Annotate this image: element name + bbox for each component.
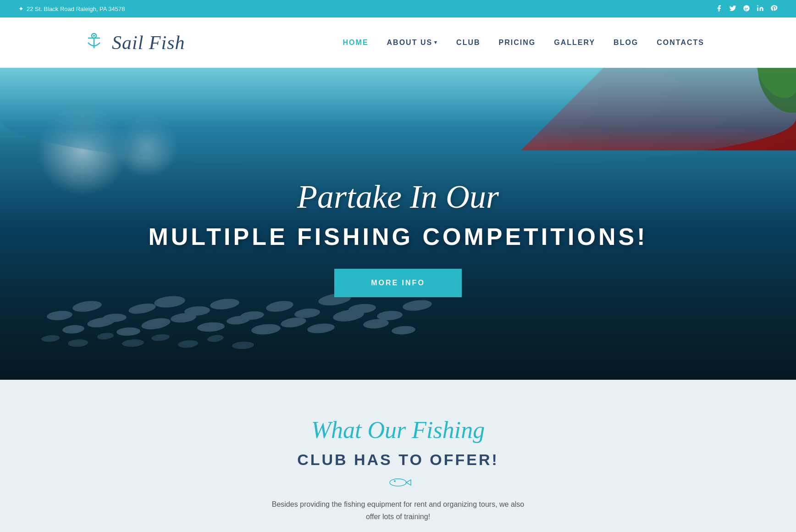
nav-gallery[interactable]: GALLERY	[554, 39, 595, 47]
facebook-icon[interactable]	[715, 5, 723, 13]
svg-point-23	[116, 327, 141, 337]
svg-text:g+: g+	[745, 6, 748, 10]
svg-point-34	[41, 334, 60, 342]
svg-point-2	[757, 5, 758, 6]
hero-bold-line: MULTIPLE FISHING COMPETITIONS!	[148, 230, 647, 250]
more-info-button[interactable]: MORE INFO	[334, 269, 462, 297]
location-icon: ✦	[18, 5, 24, 12]
offer-bold-title: CLUB HAS TO OFFER!	[297, 451, 499, 469]
svg-point-41	[232, 341, 254, 349]
nav-home[interactable]: HOME	[343, 39, 369, 47]
nav-about-us[interactable]: ABOUT US ▾	[387, 39, 438, 47]
hero-content: Partake In Our MULTIPLE FISHING COMPETIT…	[148, 178, 647, 297]
anchor-icon	[83, 29, 105, 56]
nav-pricing[interactable]: PRICING	[499, 39, 536, 47]
address-bar: ✦ 22 St. Black Road Raleigh, PA 34578	[18, 5, 125, 12]
svg-point-35	[68, 339, 88, 347]
svg-point-28	[251, 323, 281, 335]
svg-point-13	[210, 297, 240, 311]
svg-point-37	[122, 338, 144, 347]
svg-point-38	[151, 333, 170, 342]
logo-text: Sail Fish	[112, 32, 185, 54]
linkedin-icon[interactable]	[757, 5, 764, 13]
chevron-down-icon: ▾	[434, 39, 438, 45]
svg-point-33	[391, 325, 415, 335]
hero-script-line: Partake In Our	[297, 178, 499, 216]
svg-point-15	[265, 299, 294, 313]
nav-club[interactable]: CLUB	[456, 39, 480, 47]
social-icons-group: g+	[715, 5, 778, 13]
svg-point-52	[394, 480, 396, 482]
svg-point-24	[141, 316, 171, 332]
svg-point-36	[97, 332, 114, 340]
nav-contacts[interactable]: CONTACTS	[657, 39, 704, 47]
svg-point-30	[307, 322, 335, 334]
site-header: Sail Fish HOME ABOUT US ▾ CLUB PRICING G…	[0, 17, 796, 68]
google-plus-icon[interactable]: g+	[743, 5, 750, 13]
svg-point-26	[197, 321, 225, 332]
svg-point-50	[390, 479, 406, 486]
svg-point-21	[62, 324, 84, 334]
svg-point-6	[93, 35, 95, 37]
greenery-decoration	[704, 68, 796, 141]
svg-point-39	[177, 339, 198, 349]
main-nav: HOME ABOUT US ▾ CLUB PRICING GALLERY BLO…	[343, 39, 704, 47]
svg-point-40	[207, 334, 224, 343]
svg-point-16	[294, 307, 321, 319]
svg-point-20	[402, 299, 432, 312]
svg-marker-51	[406, 480, 411, 485]
hero-section: Partake In Our MULTIPLE FISHING COMPETIT…	[0, 68, 796, 380]
offer-description: Besides providing the fishing equipment …	[270, 498, 526, 523]
nav-blog[interactable]: BLOG	[614, 39, 638, 47]
logo[interactable]: Sail Fish	[83, 29, 185, 56]
fish-divider-icon	[384, 476, 412, 491]
pinterest-icon[interactable]	[770, 5, 778, 13]
top-bar: ✦ 22 St. Black Road Raleigh, PA 34578 g+	[0, 0, 796, 17]
twitter-icon[interactable]	[729, 5, 736, 13]
hero-wave-overlay	[0, 68, 796, 169]
address-text: 22 St. Black Road Raleigh, PA 34578	[27, 6, 125, 12]
offer-script-title: What Our Fishing	[311, 416, 485, 443]
offer-section: What Our Fishing CLUB HAS TO OFFER! Besi…	[0, 380, 796, 532]
